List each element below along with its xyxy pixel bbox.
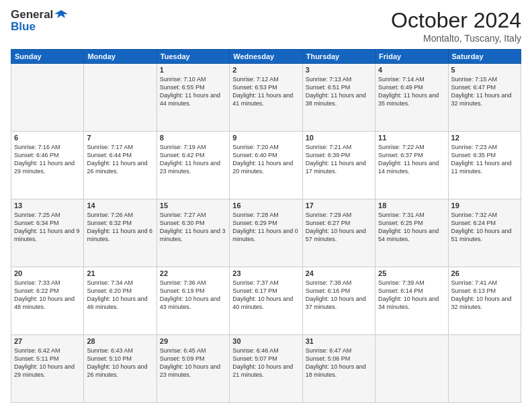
calendar-week-row: 13Sunrise: 7:25 AM Sunset: 6:34 PM Dayli…	[11, 199, 521, 267]
col-thursday: Thursday	[302, 50, 375, 64]
day-info: Sunrise: 7:10 AM Sunset: 6:55 PM Dayligh…	[160, 75, 226, 108]
table-row: 14Sunrise: 7:26 AM Sunset: 6:32 PM Dayli…	[84, 199, 157, 267]
table-row	[84, 64, 157, 132]
day-info: Sunrise: 7:36 AM Sunset: 6:19 PM Dayligh…	[160, 279, 226, 312]
day-number: 17	[306, 201, 372, 210]
day-number: 3	[306, 66, 372, 74]
day-info: Sunrise: 7:20 AM Sunset: 6:40 PM Dayligh…	[232, 143, 299, 176]
table-row: 25Sunrise: 7:39 AM Sunset: 6:14 PM Dayli…	[375, 267, 448, 335]
table-row: 18Sunrise: 7:31 AM Sunset: 6:25 PM Dayli…	[375, 199, 448, 267]
day-info: Sunrise: 7:12 AM Sunset: 6:53 PM Dayligh…	[232, 75, 299, 108]
day-info: Sunrise: 6:46 AM Sunset: 5:07 PM Dayligh…	[232, 347, 299, 379]
day-info: Sunrise: 7:19 AM Sunset: 6:42 PM Dayligh…	[160, 143, 226, 176]
day-number: 23	[232, 269, 299, 277]
day-info: Sunrise: 7:17 AM Sunset: 6:44 PM Dayligh…	[87, 143, 153, 176]
table-row: 1Sunrise: 7:10 AM Sunset: 6:55 PM Daylig…	[157, 64, 229, 132]
header: General Blue October 2024 Montalto, Tusc…	[11, 8, 521, 44]
day-info: Sunrise: 7:23 AM Sunset: 6:35 PM Dayligh…	[451, 143, 518, 176]
table-row: 15Sunrise: 7:27 AM Sunset: 6:30 PM Dayli…	[157, 199, 229, 267]
day-number: 18	[378, 201, 445, 210]
day-info: Sunrise: 7:28 AM Sunset: 6:29 PM Dayligh…	[232, 211, 299, 244]
day-number: 19	[451, 201, 518, 210]
day-number: 8	[160, 134, 226, 142]
day-number: 9	[232, 134, 299, 142]
day-info: Sunrise: 7:37 AM Sunset: 6:17 PM Dayligh…	[232, 279, 299, 312]
day-number: 31	[306, 337, 372, 345]
table-row: 19Sunrise: 7:32 AM Sunset: 6:24 PM Dayli…	[448, 199, 521, 267]
day-number: 20	[14, 269, 81, 277]
logo-general-text: General	[11, 8, 53, 21]
day-info: Sunrise: 6:45 AM Sunset: 5:09 PM Dayligh…	[160, 347, 226, 379]
day-number: 14	[87, 201, 153, 210]
location: Montalto, Tuscany, Italy	[391, 33, 521, 44]
day-info: Sunrise: 7:39 AM Sunset: 6:14 PM Dayligh…	[378, 279, 445, 312]
table-row: 21Sunrise: 7:34 AM Sunset: 6:20 PM Dayli…	[84, 267, 157, 335]
day-number: 25	[378, 269, 445, 277]
day-info: Sunrise: 7:38 AM Sunset: 6:16 PM Dayligh…	[306, 279, 372, 312]
table-row: 7Sunrise: 7:17 AM Sunset: 6:44 PM Daylig…	[84, 132, 157, 199]
table-row: 26Sunrise: 7:41 AM Sunset: 6:13 PM Dayli…	[448, 267, 521, 335]
month-title: October 2024	[391, 8, 521, 33]
table-row: 10Sunrise: 7:21 AM Sunset: 6:39 PM Dayli…	[302, 132, 375, 199]
logo: General Blue	[11, 8, 68, 34]
day-info: Sunrise: 7:15 AM Sunset: 6:47 PM Dayligh…	[451, 75, 518, 108]
day-info: Sunrise: 7:16 AM Sunset: 6:46 PM Dayligh…	[14, 143, 81, 176]
table-row: 22Sunrise: 7:36 AM Sunset: 6:19 PM Dayli…	[157, 267, 229, 335]
day-number: 12	[451, 134, 518, 142]
day-info: Sunrise: 7:26 AM Sunset: 6:32 PM Dayligh…	[87, 211, 153, 244]
day-number: 26	[451, 269, 518, 277]
table-row: 13Sunrise: 7:25 AM Sunset: 6:34 PM Dayli…	[11, 199, 84, 267]
col-wednesday: Wednesday	[230, 50, 302, 64]
table-row: 28Sunrise: 6:43 AM Sunset: 5:10 PM Dayli…	[84, 335, 157, 403]
day-info: Sunrise: 6:47 AM Sunset: 5:06 PM Dayligh…	[306, 347, 372, 379]
table-row	[11, 64, 84, 132]
table-row: 4Sunrise: 7:14 AM Sunset: 6:49 PM Daylig…	[375, 64, 448, 132]
day-info: Sunrise: 7:13 AM Sunset: 6:51 PM Dayligh…	[306, 75, 372, 108]
page: General Blue October 2024 Montalto, Tusc…	[0, 0, 532, 411]
col-sunday: Sunday	[11, 50, 84, 64]
calendar-header-row: Sunday Monday Tuesday Wednesday Thursday…	[11, 50, 521, 64]
day-number: 4	[378, 66, 445, 74]
table-row: 3Sunrise: 7:13 AM Sunset: 6:51 PM Daylig…	[302, 64, 375, 132]
day-info: Sunrise: 7:25 AM Sunset: 6:34 PM Dayligh…	[14, 211, 81, 244]
calendar-week-row: 1Sunrise: 7:10 AM Sunset: 6:55 PM Daylig…	[11, 64, 521, 132]
day-number: 29	[160, 337, 226, 345]
calendar-week-row: 27Sunrise: 6:42 AM Sunset: 5:11 PM Dayli…	[11, 335, 521, 403]
day-number: 24	[306, 269, 372, 277]
day-info: Sunrise: 7:22 AM Sunset: 6:37 PM Dayligh…	[378, 143, 445, 176]
table-row	[448, 335, 521, 403]
col-saturday: Saturday	[448, 50, 521, 64]
day-number: 21	[87, 269, 153, 277]
day-number: 30	[232, 337, 299, 345]
col-friday: Friday	[375, 50, 448, 64]
day-info: Sunrise: 7:33 AM Sunset: 6:22 PM Dayligh…	[14, 279, 81, 312]
day-info: Sunrise: 7:31 AM Sunset: 6:25 PM Dayligh…	[378, 211, 445, 244]
calendar-week-row: 20Sunrise: 7:33 AM Sunset: 6:22 PM Dayli…	[11, 267, 521, 335]
svg-marker-0	[54, 10, 68, 18]
table-row: 17Sunrise: 7:29 AM Sunset: 6:27 PM Dayli…	[302, 199, 375, 267]
day-number: 6	[14, 134, 81, 142]
table-row: 29Sunrise: 6:45 AM Sunset: 5:09 PM Dayli…	[157, 335, 229, 403]
calendar-table: Sunday Monday Tuesday Wednesday Thursday…	[11, 49, 521, 403]
day-number: 13	[14, 201, 81, 210]
day-number: 22	[160, 269, 226, 277]
day-number: 28	[87, 337, 153, 345]
table-row	[375, 335, 448, 403]
day-number: 7	[87, 134, 153, 142]
table-row: 11Sunrise: 7:22 AM Sunset: 6:37 PM Dayli…	[375, 132, 448, 199]
col-monday: Monday	[84, 50, 157, 64]
day-number: 1	[160, 66, 226, 74]
day-info: Sunrise: 7:27 AM Sunset: 6:30 PM Dayligh…	[160, 211, 226, 244]
table-row: 2Sunrise: 7:12 AM Sunset: 6:53 PM Daylig…	[230, 64, 302, 132]
table-row: 9Sunrise: 7:20 AM Sunset: 6:40 PM Daylig…	[230, 132, 302, 199]
logo-bird-icon	[54, 9, 68, 21]
day-info: Sunrise: 6:43 AM Sunset: 5:10 PM Dayligh…	[87, 347, 153, 379]
table-row: 27Sunrise: 6:42 AM Sunset: 5:11 PM Dayli…	[11, 335, 84, 403]
table-row: 24Sunrise: 7:38 AM Sunset: 6:16 PM Dayli…	[302, 267, 375, 335]
day-number: 10	[306, 134, 372, 142]
logo-blue-text: Blue	[11, 20, 68, 34]
table-row: 8Sunrise: 7:19 AM Sunset: 6:42 PM Daylig…	[157, 132, 229, 199]
day-number: 2	[232, 66, 299, 74]
day-number: 16	[232, 201, 299, 210]
day-info: Sunrise: 7:34 AM Sunset: 6:20 PM Dayligh…	[87, 279, 153, 312]
